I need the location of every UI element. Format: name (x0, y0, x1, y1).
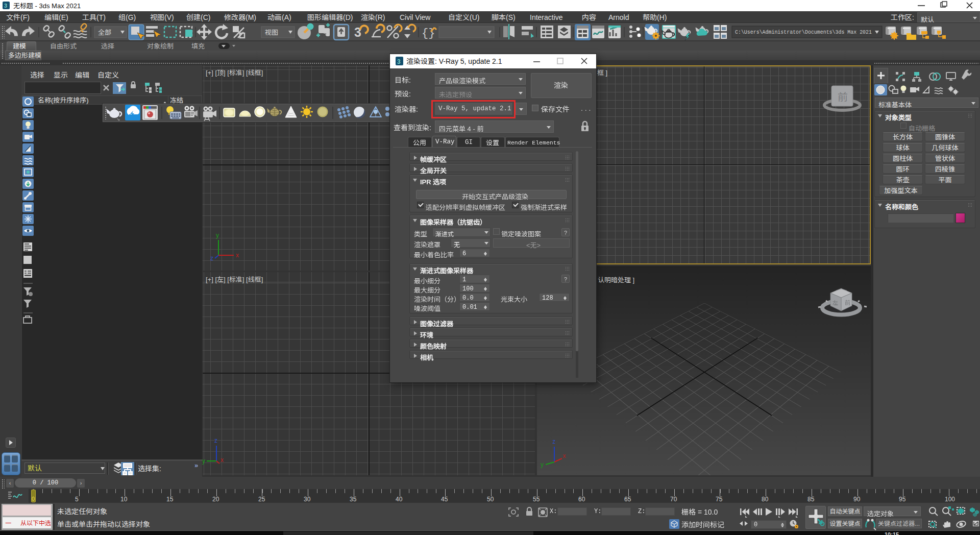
svg-text:左: 左 (832, 300, 838, 306)
svg-text:y: y (541, 461, 544, 468)
svg-text:x: x (236, 252, 239, 259)
svg-text:z: z (214, 437, 217, 444)
svg-text:y: y (216, 232, 219, 239)
svg-text:z: z (210, 255, 213, 262)
svg-text:前: 前 (838, 91, 848, 103)
svg-text:前: 前 (845, 300, 850, 306)
svg-text:C:\Users\Administrator\Documen: C:\Users\Administrator\Documents\3ds Max… (735, 29, 872, 35)
svg-text:y: y (202, 457, 205, 465)
svg-text:x: x (220, 456, 224, 464)
svg-text:z: z (552, 438, 555, 445)
svg-text:x: x (563, 452, 566, 459)
